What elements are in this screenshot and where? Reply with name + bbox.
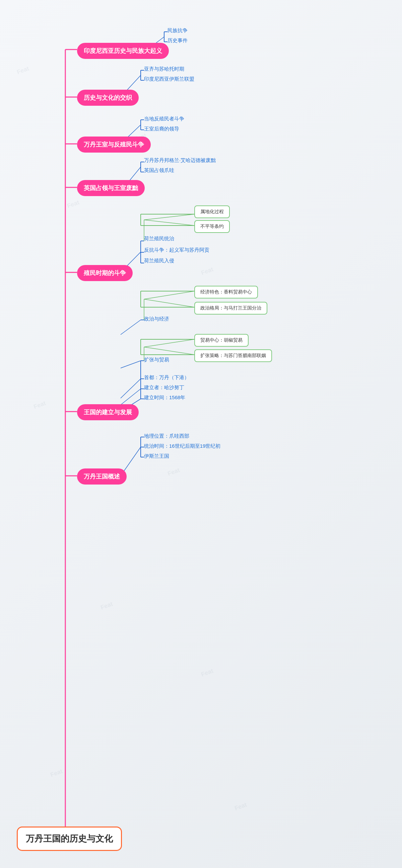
main-label-m5: 殖民时期的斗争: [84, 270, 126, 276]
main-label-m3: 万丹王室与反殖民斗争: [84, 141, 144, 148]
branch-b1: 民族抗争: [168, 26, 188, 35]
svg-line-50: [144, 339, 194, 347]
connectors-svg: [0, 0, 402, 868]
root-label: 万丹王国的历史与文化: [26, 834, 113, 844]
main-branch-m3: 万丹王室与反殖民斗争: [77, 136, 151, 153]
svg-line-32: [144, 214, 194, 220]
branch-b16: 建立时间：1568年: [144, 393, 185, 402]
main-branch-m4: 英国占领与王室废黜: [77, 180, 145, 196]
branch-b19: 伊斯兰王国: [144, 452, 169, 461]
svg-line-53: [121, 389, 141, 405]
branch-b7: 万丹苏丹邦格兰·艾哈迈德被废黜: [144, 156, 216, 165]
svg-line-33: [144, 220, 194, 225]
main-branch-m5: 殖民时期的斗争: [77, 265, 133, 281]
main-label-m2: 历史与文化的交织: [84, 94, 132, 101]
main-branch-m2: 历史与文化的交织: [77, 90, 139, 106]
main-label-m6: 王国的建立与发展: [84, 409, 132, 415]
branch-b3: 亚齐与苏哈托时期: [144, 65, 184, 73]
svg-line-40: [121, 320, 141, 335]
leaf-l1: 属地化过程: [194, 206, 230, 218]
branch-b17: 地理位置：爪哇西部: [144, 432, 189, 441]
main-branch-m6: 王国的建立与发展: [77, 404, 139, 420]
svg-line-43: [144, 299, 194, 307]
branch-b2: 历史事件: [168, 36, 188, 45]
branch-b18: 统治时间：16世纪后期至19世纪初: [144, 442, 221, 451]
svg-line-52: [121, 379, 141, 398]
svg-line-51: [144, 347, 194, 355]
branch-b15: 建立者：哈沙努丁: [144, 383, 184, 392]
root-node: 万丹王国的历史与文化: [17, 827, 122, 851]
main-label-m4: 英国占领与王室废黜: [84, 185, 138, 191]
mind-map: 万丹王国的历史与文化 印度尼西亚历史与民族大起义 历史与文化的交织 万丹王室与反…: [0, 0, 402, 868]
branch-b9: 荷兰殖民统治: [144, 234, 174, 243]
main-label-m1: 印度尼西亚历史与民族大起义: [84, 48, 162, 54]
leaf-l5: 贸易中心：胡椒贸易: [194, 334, 249, 347]
leaf-l3: 经济特色：香料贸易中心: [194, 286, 258, 299]
branch-b8: 英国占领爪哇: [144, 166, 174, 175]
branch-b5: 当地反殖民者斗争: [144, 115, 184, 123]
main-branch-m7: 万丹王国概述: [77, 468, 126, 485]
leaf-l6: 扩张策略：与苏门答腊南部联姻: [194, 349, 272, 362]
svg-line-48: [121, 361, 141, 368]
branch-b10: 反抗斗争：起义军与苏丹阿贡: [144, 246, 209, 255]
main-branch-m1: 印度尼西亚历史与民族大起义: [77, 43, 169, 59]
mind-map-container: Feat Feat Feat Feat Feat Feat Feat Feat …: [0, 0, 402, 868]
branch-b4: 印度尼西亚伊斯兰联盟: [144, 74, 194, 84]
svg-line-42: [144, 291, 194, 299]
branch-b12: 政治与经济: [144, 314, 169, 323]
branch-b13: 扩张与贸易: [144, 355, 169, 364]
leaf-l2: 不平等条约: [194, 220, 230, 233]
leaf-l4: 政治格局：与马打兰王国分治: [194, 302, 267, 314]
branch-b11: 荷兰殖民入侵: [144, 256, 174, 265]
branch-b14: 首都：万丹（下港）: [144, 373, 189, 382]
main-label-m7: 万丹王国概述: [84, 473, 120, 480]
branch-b6: 王室后裔的领导: [144, 124, 179, 133]
